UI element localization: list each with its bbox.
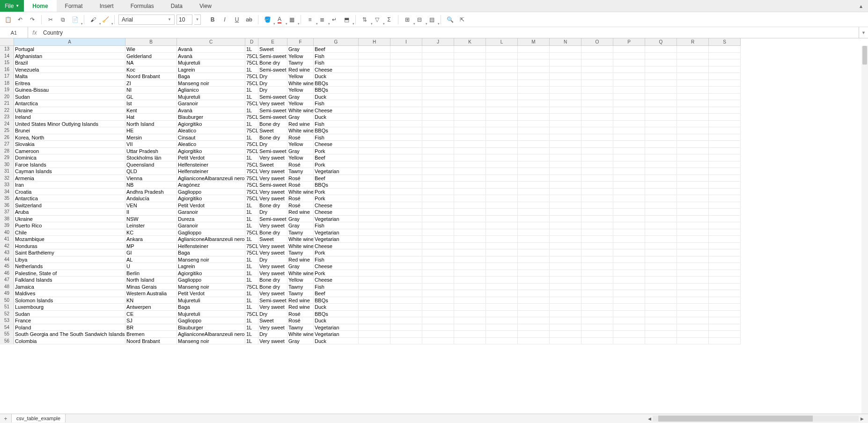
separator bbox=[398, 15, 398, 24]
italic-icon[interactable]: I bbox=[220, 15, 230, 25]
fx-icon[interactable]: fx bbox=[28, 27, 41, 38]
sum-icon[interactable]: Σ bbox=[384, 15, 394, 25]
chevron-down-icon: ▼ bbox=[168, 17, 171, 22]
separator bbox=[441, 15, 441, 24]
find-icon[interactable]: 🔍 bbox=[445, 15, 455, 25]
menu-tab-data[interactable]: Data bbox=[162, 0, 191, 12]
menu-tab-home[interactable]: Home bbox=[24, 0, 56, 12]
menu-tab-insert[interactable]: Insert bbox=[91, 0, 122, 12]
separator bbox=[258, 15, 258, 24]
toolbar: 📋 ↶ ↷ ✂ ⧉ 📄 🖌 🧹 Arial ▼ 10 ▼ B I U ab 🪣 … bbox=[0, 12, 868, 27]
separator bbox=[301, 15, 301, 24]
sort-icon[interactable]: ⇅ bbox=[360, 15, 370, 25]
expand-formula-icon[interactable]: ▼ bbox=[859, 27, 868, 38]
chevron-down-icon: ▼ bbox=[15, 4, 19, 8]
cut-icon[interactable]: ✂ bbox=[45, 15, 56, 25]
separator bbox=[114, 15, 115, 24]
menu-tab-format[interactable]: Format bbox=[57, 0, 91, 12]
file-label: File bbox=[5, 3, 14, 9]
export-icon[interactable]: ⇱ bbox=[457, 15, 467, 25]
wrap-text-icon[interactable]: ↵ bbox=[329, 15, 339, 25]
fill-color-icon[interactable]: 🪣 bbox=[262, 15, 272, 25]
menu-tab-formulas[interactable]: Formulas bbox=[122, 0, 162, 12]
delete-cells-icon[interactable]: ⊟ bbox=[414, 15, 425, 25]
formula-input[interactable]: Country bbox=[41, 27, 859, 38]
insert-cells-icon[interactable]: ⊞ bbox=[402, 15, 412, 25]
align-v-icon[interactable]: ≣ bbox=[317, 15, 327, 25]
merge-icon[interactable]: ⬒ bbox=[341, 15, 352, 25]
filter-icon[interactable]: ▽ bbox=[372, 15, 382, 25]
underline-icon[interactable]: U bbox=[232, 15, 242, 25]
font-size-select[interactable]: 10 bbox=[177, 15, 192, 25]
copy-icon[interactable]: ⧉ bbox=[58, 15, 68, 25]
formula-bar: A1 fx Country ▼ bbox=[0, 27, 868, 38]
strike-icon[interactable]: ab bbox=[244, 15, 254, 25]
cell-reference[interactable]: A1 bbox=[0, 27, 28, 38]
clear-format-icon[interactable]: 🧹 bbox=[100, 15, 110, 25]
align-h-icon[interactable]: ≡ bbox=[305, 15, 315, 25]
font-size-value: 10 bbox=[179, 16, 185, 23]
paste-icon[interactable]: 📋 bbox=[3, 15, 13, 25]
separator bbox=[84, 15, 84, 24]
bold-icon[interactable]: B bbox=[207, 15, 218, 25]
chevron-down-icon[interactable]: ▼ bbox=[194, 15, 201, 25]
menu-tab-view[interactable]: View bbox=[191, 0, 220, 12]
collapse-ribbon-icon[interactable]: ▴ bbox=[854, 0, 868, 12]
separator bbox=[355, 15, 356, 24]
borders-icon[interactable]: ▦ bbox=[287, 15, 297, 25]
undo-icon[interactable]: ↶ bbox=[15, 15, 25, 25]
format-cells-icon[interactable]: ▤ bbox=[427, 15, 437, 25]
redo-icon[interactable]: ↷ bbox=[27, 15, 37, 25]
font-color-icon[interactable]: A bbox=[274, 15, 285, 25]
font-family-select[interactable]: Arial ▼ bbox=[118, 15, 175, 25]
separator bbox=[41, 15, 42, 24]
format-painter-icon[interactable]: 🖌 bbox=[88, 15, 98, 25]
font-family-value: Arial bbox=[122, 16, 133, 23]
menu-bar: File ▼ HomeFormatInsertFormulasDataView … bbox=[0, 0, 868, 12]
file-menu[interactable]: File ▼ bbox=[0, 0, 24, 12]
paste-special-icon[interactable]: 📄 bbox=[70, 15, 80, 25]
